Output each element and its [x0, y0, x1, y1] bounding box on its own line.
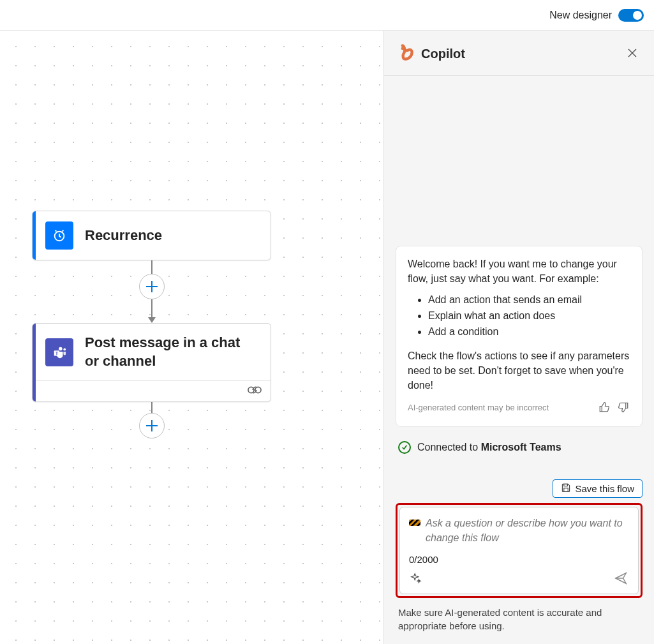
send-button[interactable] — [613, 570, 629, 588]
copilot-message: Welcome back! If you want me to change y… — [396, 246, 643, 428]
ai-disclaimer: Make sure AI-generated content is accura… — [396, 606, 643, 633]
save-flow-button[interactable]: Save this flow — [553, 479, 643, 498]
char-counter: 0/2000 — [409, 554, 629, 565]
copilot-input-box[interactable]: 0/2000 — [399, 507, 639, 594]
close-button[interactable] — [623, 45, 641, 63]
step-title: Recurrence — [85, 227, 162, 245]
sparkle-icon[interactable] — [409, 571, 423, 587]
copilot-input-highlight: 0/2000 — [396, 503, 643, 598]
svg-rect-7 — [564, 484, 568, 486]
copilot-input[interactable] — [426, 516, 629, 545]
flow-step-post-message[interactable]: T Post message in a chat or channel — [32, 323, 271, 402]
thumbs-down-button[interactable] — [616, 400, 630, 416]
suggestion-item: Add an action that sends an email — [428, 292, 630, 307]
copilot-title: Copilot — [421, 47, 623, 61]
svg-point-2 — [63, 348, 66, 350]
thumbs-up-button[interactable] — [597, 400, 611, 416]
save-icon — [561, 483, 571, 495]
teams-icon: T — [45, 338, 73, 366]
copilot-logo-icon — [397, 43, 415, 64]
message-outro: Check the flow's actions to see if any p… — [408, 348, 630, 393]
new-designer-label: New designer — [549, 10, 612, 21]
flow-step-recurrence[interactable]: Recurrence — [32, 211, 271, 260]
clock-icon — [45, 221, 73, 250]
top-bar: New designer — [0, 0, 654, 31]
check-icon — [398, 441, 411, 454]
link-icon — [248, 385, 262, 398]
add-step-button[interactable] — [139, 413, 165, 438]
hazard-icon — [409, 520, 420, 526]
svg-rect-8 — [564, 488, 568, 492]
suggestion-item: Add a condition — [428, 324, 630, 339]
new-designer-toggle[interactable] — [618, 9, 644, 22]
connected-status: Connected to Microsoft Teams — [396, 441, 643, 454]
flow-canvas[interactable]: Recurrence — [0, 31, 383, 644]
step-title: Post message in a chat or channel — [85, 334, 258, 370]
add-step-button[interactable] — [139, 274, 165, 299]
ai-note: AI-generated content may be incorrect — [408, 402, 592, 414]
suggestion-item: Explain what an action does — [428, 308, 630, 323]
copilot-panel: Copilot Welcome back! If you want me to … — [383, 31, 654, 644]
svg-point-1 — [59, 347, 63, 350]
message-intro: Welcome back! If you want me to change y… — [408, 257, 630, 286]
svg-text:T: T — [56, 350, 59, 356]
message-suggestions: Add an action that sends an email Explai… — [428, 292, 630, 340]
